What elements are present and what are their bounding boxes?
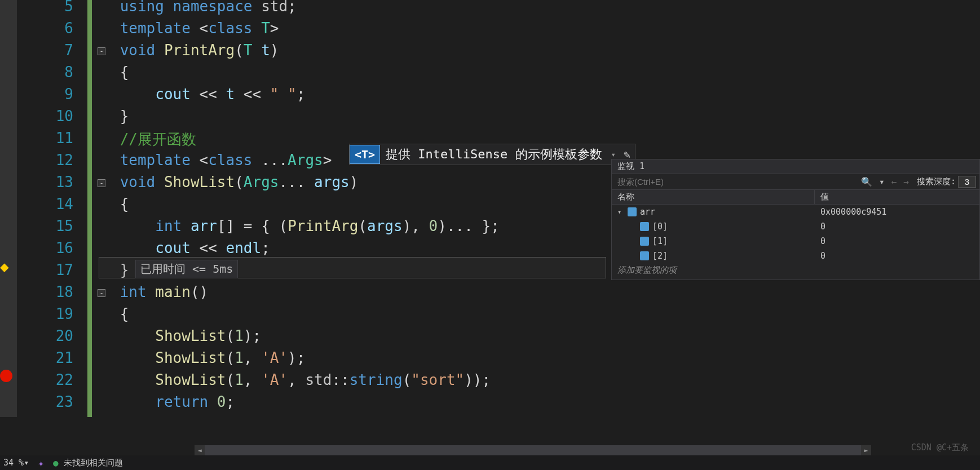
execution-pointer-icon: ◆ — [0, 258, 9, 275]
check-icon: ● — [53, 458, 59, 468]
line-number: 14 — [17, 196, 73, 212]
variable-icon — [640, 237, 649, 246]
code-line[interactable]: cout << t << " "; — [111, 86, 305, 103]
template-param-badge: <T> — [350, 145, 380, 164]
line-number: 20 — [17, 327, 73, 344]
code-line[interactable]: //展开函数 — [111, 130, 196, 149]
watermark-text: CSDN @C+五条 — [911, 442, 969, 453]
code-line[interactable]: return 0; — [111, 393, 235, 410]
code-line[interactable]: { — [111, 196, 129, 212]
code-line[interactable]: ShowList(1); — [111, 327, 261, 344]
code-line[interactable]: void ShowList(Args... args) — [111, 174, 358, 190]
line-number-gutter: 567891011121314151617181920212223 — [17, 0, 79, 417]
code-line[interactable]: int arr[] = { (PrintArg(args), 0)... }; — [111, 218, 500, 234]
code-line[interactable]: int main() — [111, 283, 208, 300]
watch-row[interactable]: [2]0 — [612, 249, 979, 263]
line-number: 6 — [17, 20, 73, 37]
scroll-right-icon[interactable]: ► — [861, 445, 871, 455]
watch-var-name: [1] — [652, 236, 668, 246]
change-indicator-bar — [87, 0, 92, 417]
watch-var-value: 0x000000c9451 — [815, 206, 979, 218]
code-line[interactable]: template <class ...Args> — [111, 152, 332, 169]
performance-codelens[interactable]: 已用时间 <= 5ms — [135, 260, 238, 278]
horizontal-scrollbar[interactable]: ◄ ► — [195, 445, 871, 455]
zoom-level[interactable]: 34 % ▾ — [3, 458, 29, 468]
line-number: 12 — [17, 152, 73, 169]
watch-panel-title: 监视 1 — [612, 159, 979, 174]
search-depth-input[interactable] — [958, 176, 976, 188]
code-line[interactable]: } — [111, 108, 129, 125]
dropdown-icon[interactable]: ▾ — [876, 176, 888, 187]
line-number: 13 — [17, 174, 73, 190]
code-line[interactable]: void PrintArg(T t) — [111, 42, 279, 59]
intellisense-hint-text: 提供 IntelliSense 的示例模板参数 — [380, 146, 607, 163]
watch-col-name[interactable]: 名称 — [612, 190, 815, 204]
status-bar: 34 % ▾ ✦ ● 未找到相关问题 — [0, 455, 980, 470]
watch-toolbar: 🔍 ▾ ← → 搜索深度: — [612, 174, 979, 190]
watch-var-name: [0] — [652, 221, 668, 232]
nav-forward-icon: → — [900, 176, 912, 187]
line-number: 22 — [17, 371, 73, 388]
intellisense-template-hint[interactable]: <T> 提供 IntelliSense 的示例模板参数 ▾ ✎ — [349, 144, 635, 165]
chevron-down-icon[interactable]: ▾ — [608, 150, 619, 159]
watch-rows: ▾arr0x000000c9451[0]0[1]0[2]0 — [612, 205, 979, 263]
line-number: 5 — [17, 0, 73, 15]
watch-row[interactable]: [1]0 — [612, 234, 979, 249]
code-line[interactable]: { — [111, 64, 129, 81]
breakpoint-icon[interactable] — [0, 370, 12, 382]
feedback-icon[interactable]: ✦ — [38, 457, 44, 469]
fold-toggle-icon[interactable]: - — [98, 179, 105, 187]
nav-back-icon: ← — [888, 176, 900, 187]
watch-panel[interactable]: 监视 1 🔍 ▾ ← → 搜索深度: 名称 值 ▾arr0x000000c945… — [611, 159, 980, 280]
line-number: 18 — [17, 283, 73, 300]
watch-row[interactable]: ▾arr0x000000c9451 — [612, 205, 979, 219]
line-number: 16 — [17, 240, 73, 256]
expand-icon[interactable]: ▾ — [617, 208, 625, 216]
line-number: 21 — [17, 349, 73, 366]
watch-var-value: 0 — [815, 250, 979, 262]
breakpoint-margin[interactable]: ◆ — [0, 0, 17, 417]
code-line[interactable]: using namespace std; — [111, 0, 297, 15]
line-number: 9 — [17, 86, 73, 103]
line-number: 17 — [17, 261, 73, 278]
watch-var-value: 0 — [815, 235, 979, 247]
line-number: 7 — [17, 42, 73, 59]
search-icon[interactable]: 🔍 — [858, 176, 876, 187]
line-number: 15 — [17, 218, 73, 234]
variable-icon — [640, 222, 649, 231]
watch-column-headers: 名称 值 — [612, 190, 979, 205]
variable-icon — [640, 251, 649, 260]
watch-add-prompt[interactable]: 添加要监视的项 — [612, 263, 979, 277]
code-line[interactable]: template <class T> — [111, 20, 279, 37]
code-line[interactable]: { — [111, 305, 129, 322]
line-number: 19 — [17, 305, 73, 322]
search-depth-label: 搜索深度: — [917, 176, 956, 187]
fold-toggle-icon[interactable]: - — [98, 47, 105, 55]
code-line[interactable]: cout << endl; — [111, 240, 270, 256]
variable-icon — [628, 207, 637, 216]
watch-search-input[interactable] — [615, 176, 858, 188]
fold-toggle-icon[interactable]: - — [98, 289, 105, 297]
watch-col-value[interactable]: 值 — [815, 190, 979, 204]
code-line[interactable]: ShowList(1, 'A'); — [111, 349, 305, 366]
line-number: 23 — [17, 393, 73, 410]
watch-row[interactable]: [0]0 — [612, 219, 979, 234]
line-number: 10 — [17, 108, 73, 125]
watch-var-name: [2] — [652, 251, 668, 261]
scroll-left-icon[interactable]: ◄ — [195, 445, 205, 455]
line-number: 8 — [17, 64, 73, 81]
line-number: 11 — [17, 130, 73, 147]
watch-var-value: 0 — [815, 220, 979, 233]
code-line[interactable]: ShowList(1, 'A', std::string("sort")); — [111, 371, 491, 388]
watch-var-name: arr — [640, 207, 655, 217]
issues-text[interactable]: 未找到相关问题 — [64, 458, 123, 468]
